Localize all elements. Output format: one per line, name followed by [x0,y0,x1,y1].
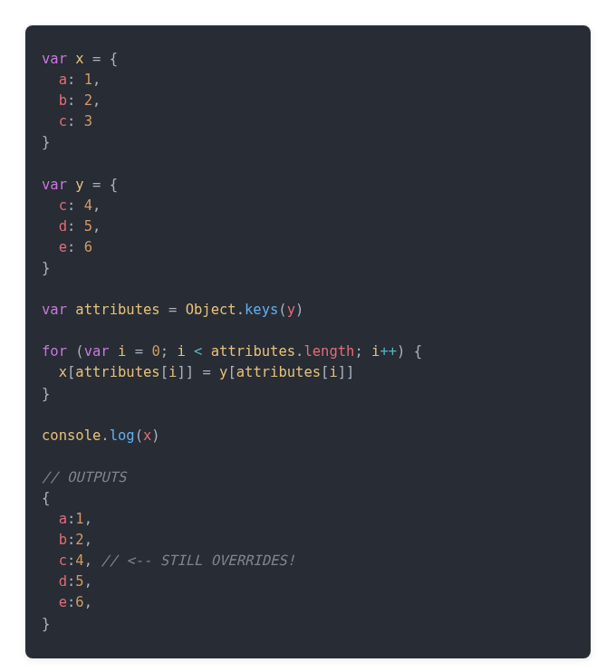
property-b: b [59,92,67,109]
variable-i: i [168,364,177,380]
property-length: length [303,343,354,360]
property-a: a [59,72,67,88]
param-y: y [287,302,295,318]
number-6: 6 [84,239,92,255]
number-4: 4 [84,197,92,214]
variable-y: y [75,177,83,193]
keyword-var: var [42,177,67,193]
number-1: 1 [84,72,92,88]
keyword-var: var [84,343,110,360]
console: console [42,427,101,444]
function-keys: keys [245,302,278,318]
variable-attributes: attributes [75,364,159,380]
param-x: x [143,427,151,444]
variable-i: i [177,343,185,360]
number-5: 5 [84,218,92,235]
output-d: d [59,573,67,590]
property-c: c [59,197,67,214]
property-e: e [59,239,67,255]
variable-x: x [75,51,83,67]
keyword-for: for [42,343,67,360]
variable-attributes: attributes [75,302,159,318]
code-block: var x = { a: 1, b: 2, c: 3 } var y = { c… [25,25,591,658]
number-2: 2 [84,92,92,109]
number-3: 3 [84,113,92,130]
variable-x: x [59,364,67,380]
property-d: d [59,218,67,235]
variable-i: i [329,364,337,380]
object: Object [186,302,236,318]
keyword-var: var [42,302,67,318]
output-c: c [59,552,67,569]
variable-i: i [118,343,126,360]
output-e: e [59,594,67,610]
variable-attributes: attributes [211,343,295,360]
output-b: b [59,532,67,548]
comment-outputs: // OUTPUTS [42,469,126,485]
number-0: 0 [151,343,159,360]
keyword-var: var [42,51,67,67]
comment-override: // <-- STILL OVERRIDES! [101,552,295,569]
variable-y: y [219,364,227,380]
function-log: log [110,427,135,444]
variable-attributes: attributes [236,364,321,380]
output-a: a [59,511,67,527]
property-c: c [59,113,67,130]
